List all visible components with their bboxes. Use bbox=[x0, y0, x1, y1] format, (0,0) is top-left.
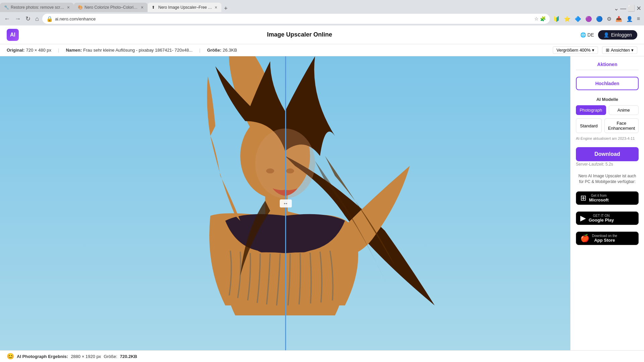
model-face-enhancement-button[interactable]: Face Enhancement bbox=[604, 118, 639, 133]
toolbar-icon-6[interactable]: 📥 bbox=[614, 14, 624, 23]
microsoft-icon: ⊞ bbox=[580, 194, 586, 202]
browser-tab-1[interactable]: 🔧 Restore photos: remove scratch... × bbox=[0, 3, 74, 12]
tab-favicon-2: 🎨 bbox=[78, 5, 83, 10]
back-button[interactable]: ← bbox=[3, 14, 11, 24]
info-bar: Original: 720 × 480 px | Namen: Frau seh… bbox=[0, 44, 644, 56]
url-box[interactable]: 🔒 ai.nero.com/enhance ☆ 🧩 bbox=[42, 14, 550, 24]
tab-extra-controls: ⌄ — ⬜ ✕ bbox=[614, 5, 644, 12]
tab-title-3: Nero Image Upscaler–Free Phot... bbox=[158, 5, 213, 10]
name-label: Namen: bbox=[66, 48, 82, 53]
info-separator-2: | bbox=[199, 48, 200, 53]
toolbar-icon-2[interactable]: 🔷 bbox=[573, 14, 583, 23]
google-play-small: GET IT ON bbox=[589, 214, 614, 218]
toolbar-icon-4[interactable]: 🔵 bbox=[595, 14, 604, 23]
extension-icon[interactable]: 🧩 bbox=[540, 16, 546, 21]
result-label: AI Photograph Ergebnis: bbox=[17, 354, 68, 359]
url-icons: ☆ 🧩 bbox=[534, 16, 546, 21]
toolbar-icon-7[interactable]: 👤 bbox=[625, 14, 634, 23]
app-store-text: Download on the App Store bbox=[592, 234, 617, 243]
tab-bar: 🔧 Restore photos: remove scratch... × 🎨 … bbox=[0, 0, 644, 12]
toolbar-icon-1[interactable]: ⭐ bbox=[562, 14, 572, 23]
view-button[interactable]: ⊞ Ansichten ▾ bbox=[602, 46, 637, 54]
browser-chrome: 🔧 Restore photos: remove scratch... × 🎨 … bbox=[0, 0, 644, 25]
star-icon[interactable]: ☆ bbox=[534, 16, 539, 21]
extension-toolbar-icon[interactable]: 🔰 bbox=[552, 14, 561, 23]
tab-list-icon[interactable]: ⌄ bbox=[614, 5, 619, 12]
app-header: AI Image Upscaler Online 🌐 DE 👤 Einlogge… bbox=[0, 25, 644, 44]
google-play-large: Google Play bbox=[589, 218, 614, 223]
home-button[interactable]: ⌂ bbox=[34, 14, 40, 24]
zoom-dropdown-icon: ▾ bbox=[592, 48, 594, 53]
ai-models-section: AI Modelle Photograph Anime Standard Fac… bbox=[576, 97, 639, 140]
download-button[interactable]: Download bbox=[576, 147, 639, 161]
upload-button[interactable]: Hochladen bbox=[576, 77, 639, 90]
browser-tab-3[interactable]: ⬆ Nero Image Upscaler–Free Phot... × bbox=[148, 3, 221, 12]
tab-favicon-1: 🔧 bbox=[4, 5, 9, 10]
canvas-area: ↔ bbox=[0, 56, 570, 350]
tab-close-2[interactable]: × bbox=[141, 5, 144, 10]
model-standard-button[interactable]: Standard bbox=[576, 118, 602, 133]
minimize-icon[interactable]: — bbox=[620, 5, 626, 12]
header-right: 🌐 DE 👤 Einloggen bbox=[580, 30, 637, 40]
apple-icon: 🍎 bbox=[580, 234, 589, 243]
ai-models-title: AI Modelle bbox=[576, 97, 639, 102]
new-tab-button[interactable]: + bbox=[221, 5, 230, 12]
forward-button[interactable]: → bbox=[13, 14, 22, 24]
browser-tab-2[interactable]: 🎨 Nero Colorize Photo–Colorize Yo... × bbox=[74, 3, 148, 12]
promo-text: Nero AI Image Upscaler ist auch für PC &… bbox=[576, 173, 639, 185]
close-window-icon[interactable]: ✕ bbox=[636, 5, 641, 12]
divider-handle[interactable]: ↔ bbox=[280, 199, 292, 207]
original-label: Original: bbox=[7, 48, 24, 53]
app-store-button[interactable]: 🍎 Download on the App Store bbox=[576, 232, 639, 245]
model-row-2: Standard Face Enhancement bbox=[576, 118, 639, 133]
toolbar-icon-8[interactable]: ≡ bbox=[636, 14, 641, 23]
tab-close-1[interactable]: × bbox=[67, 5, 70, 10]
login-button[interactable]: 👤 Einloggen bbox=[598, 30, 637, 40]
sidebar-actions-label: Aktionen bbox=[576, 62, 639, 70]
tab-title-1: Restore photos: remove scratch... bbox=[11, 5, 65, 10]
microsoft-store-small: Get it from bbox=[589, 194, 609, 197]
model-photograph-button[interactable]: Photograph bbox=[576, 105, 606, 115]
download-section: Download Server-Laufzeit: 5.2s bbox=[576, 147, 639, 167]
zoom-control: Vergrößern 400% ▾ ⊞ Ansichten ▾ bbox=[553, 46, 637, 54]
app: AI Image Upscaler Online 🌐 DE 👤 Einlogge… bbox=[0, 25, 644, 362]
user-icon: 👤 bbox=[603, 32, 609, 38]
app-store-large: App Store bbox=[592, 238, 617, 243]
view-label: Ansichten bbox=[611, 48, 630, 53]
language-button[interactable]: 🌐 DE bbox=[580, 32, 594, 38]
toolbar-icon-3[interactable]: 🟣 bbox=[584, 14, 593, 23]
google-play-text: GET IT ON Google Play bbox=[589, 214, 614, 223]
logo-icon: AI bbox=[7, 29, 19, 41]
result-emoji: 😊 bbox=[7, 353, 14, 360]
right-sidebar: Aktionen Hochladen AI Modelle Photograph… bbox=[570, 56, 644, 350]
bottom-bar: 😊 AI Photograph Ergebnis: 2880 × 1920 px… bbox=[0, 350, 644, 362]
microsoft-store-button[interactable]: ⊞ Get it from Microsoft bbox=[576, 191, 639, 205]
name-value: Frau sehr kleine Auflösung - pixabay 186… bbox=[83, 48, 193, 53]
logo-text: AI bbox=[10, 32, 15, 38]
reload-button[interactable]: ↻ bbox=[24, 14, 32, 24]
lock-icon: 🔒 bbox=[46, 16, 53, 22]
result-size-label: Größe: bbox=[104, 354, 117, 359]
photo-canvas: ↔ bbox=[0, 56, 570, 350]
model-anime-button[interactable]: Anime bbox=[609, 105, 639, 115]
tab-close-3[interactable]: × bbox=[215, 5, 217, 10]
zoom-button[interactable]: Vergrößern 400% ▾ bbox=[553, 46, 598, 54]
toolbar-icon-5[interactable]: ⚙ bbox=[605, 14, 613, 23]
language-label: DE bbox=[587, 32, 594, 38]
microsoft-store-text: Get it from Microsoft bbox=[589, 194, 609, 202]
zoom-label: Vergrößern 400% bbox=[556, 48, 591, 53]
toolbar-icons: 🔰 ⭐ 🔷 🟣 🔵 ⚙ 📥 👤 ≡ bbox=[552, 14, 641, 23]
restore-icon[interactable]: ⬜ bbox=[628, 5, 635, 12]
info-separator-1: | bbox=[58, 48, 59, 53]
tab-favicon-3: ⬆ bbox=[152, 5, 156, 10]
view-dropdown-icon: ▾ bbox=[631, 48, 634, 53]
size-value: 26.3KB bbox=[223, 48, 237, 53]
app-store-small: Download on the bbox=[592, 234, 617, 238]
comparison-divider[interactable]: ↔ bbox=[285, 56, 286, 350]
google-play-icon: ▶ bbox=[580, 214, 586, 223]
login-label: Einloggen bbox=[611, 32, 632, 38]
app-logo: AI bbox=[7, 29, 19, 41]
google-play-button[interactable]: ▶ GET IT ON Google Play bbox=[576, 212, 639, 225]
original-value: 720 × 480 px bbox=[26, 48, 51, 53]
main-content: ↔ Aktionen Hochladen AI Modelle Photogra… bbox=[0, 56, 644, 350]
